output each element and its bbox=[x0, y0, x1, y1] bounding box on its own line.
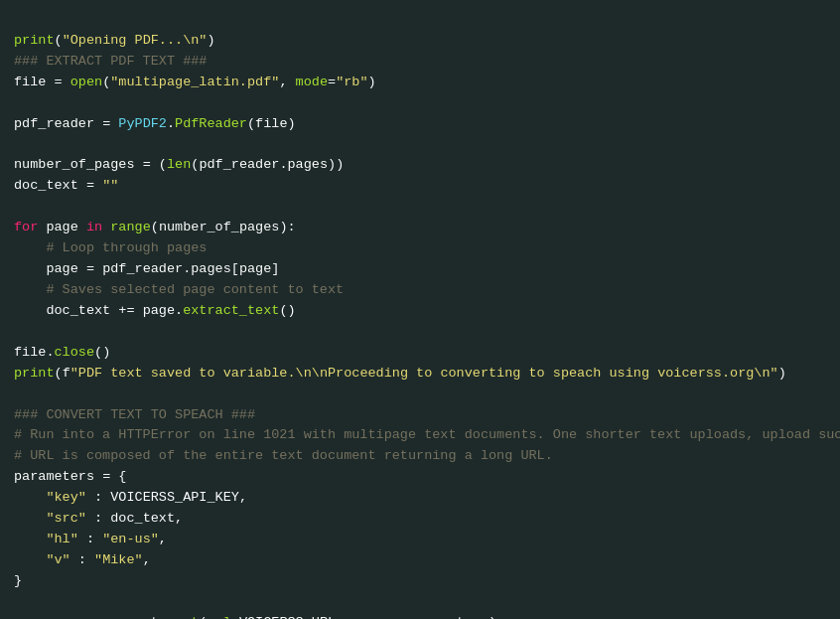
line-12: page = pdf_reader.pages[page] bbox=[14, 261, 279, 276]
line-24: "src" : doc_text, bbox=[14, 511, 183, 526]
line-18 bbox=[14, 387, 22, 401]
line-9 bbox=[14, 199, 22, 214]
line-4 bbox=[14, 95, 22, 110]
line-5: pdf_reader = PyPDF2.PdfReader(file) bbox=[14, 116, 296, 131]
line-14: doc_text += page.extract_text() bbox=[14, 303, 296, 318]
line-6 bbox=[14, 137, 22, 152]
code-editor: print("Opening PDF...\n") ### EXTRACT PD… bbox=[0, 0, 840, 619]
line-11: # Loop through pages bbox=[14, 240, 207, 255]
line-29: response = requests.get(url=VOICERSS_URL… bbox=[14, 615, 496, 619]
line-25: "hl" : "en-us", bbox=[14, 532, 167, 546]
line-10: for page in range(number_of_pages): bbox=[14, 220, 296, 234]
line-2: ### EXTRACT PDF TEXT ### bbox=[14, 54, 207, 69]
line-3: file = open("multipage_latin.pdf", mode=… bbox=[14, 75, 376, 89]
line-28 bbox=[14, 594, 22, 609]
line-20: # Run into a HTTPError on line 1021 with… bbox=[14, 427, 840, 442]
line-1: print("Opening PDF...\n") bbox=[14, 33, 215, 48]
line-22: parameters = { bbox=[14, 469, 126, 484]
line-21: # URL is composed of the entire text doc… bbox=[14, 448, 553, 463]
line-15 bbox=[14, 324, 22, 339]
line-26: "v" : "Mike", bbox=[14, 552, 151, 567]
line-13: # Saves selected page content to text bbox=[14, 282, 344, 297]
line-16: file.close() bbox=[14, 345, 110, 360]
line-23: "key" : VOICERSS_API_KEY, bbox=[14, 490, 247, 505]
line-19: ### CONVERT TEXT TO SPEACH ### bbox=[14, 407, 255, 422]
line-7: number_of_pages = (len(pdf_reader.pages)… bbox=[14, 157, 344, 172]
line-27: } bbox=[14, 573, 22, 588]
line-8: doc_text = "" bbox=[14, 178, 118, 193]
line-17: print(f"PDF text saved to variable.\n\nP… bbox=[14, 366, 786, 381]
